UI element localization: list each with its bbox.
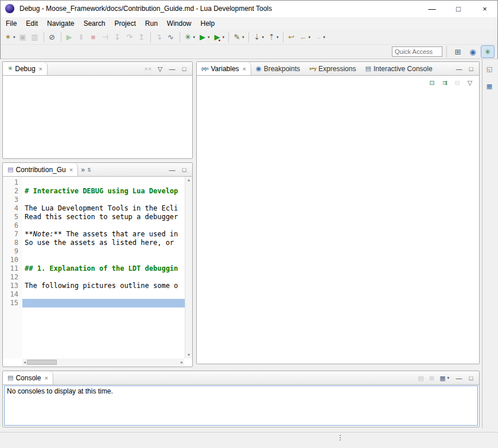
maximize-view-icon[interactable]: □ bbox=[180, 166, 188, 174]
tab-variables[interactable]: (x)=Variables× bbox=[197, 62, 251, 75]
scrollbar-thumb[interactable] bbox=[27, 360, 57, 365]
show-type-names-icon[interactable]: ⊡ bbox=[427, 77, 437, 88]
debug-launch-icon[interactable]: ✳▾ bbox=[182, 31, 197, 44]
step-over-icon: ↷ bbox=[124, 31, 135, 44]
line-number-ruler[interactable]: 123456789101112131415 bbox=[3, 177, 22, 359]
tab-contribution-guide[interactable]: ▤ Contribution_Gu × bbox=[3, 163, 78, 176]
minimize-button[interactable]: — bbox=[419, 0, 445, 17]
tab-expressions[interactable]: x+yExpressions bbox=[305, 62, 360, 75]
menu-navigate[interactable]: Navigate bbox=[42, 18, 79, 29]
chevron-icon: » bbox=[81, 166, 85, 174]
close-button[interactable]: × bbox=[472, 0, 498, 17]
code-line[interactable] bbox=[22, 178, 185, 187]
line-number: 8 bbox=[3, 239, 22, 247]
suspend-icon: ‖ bbox=[76, 31, 87, 44]
step-into-icon: ↧ bbox=[112, 31, 123, 44]
code-line[interactable]: ## 1. Explanation of the LDT debuggin bbox=[22, 264, 185, 273]
maximize-view-icon[interactable]: □ bbox=[180, 65, 188, 73]
code-line[interactable]: The Lua Development Tools in the Ecli bbox=[22, 204, 185, 213]
code-area[interactable]: # Interactive DEBUG using Lua DevelopThe… bbox=[22, 177, 185, 359]
editor-overflow-chevron[interactable]: »5 bbox=[78, 163, 94, 176]
editor-horizontal-scrollbar[interactable]: ◂ ▸ bbox=[22, 359, 184, 366]
view-menu-icon[interactable]: ▽ bbox=[465, 77, 475, 88]
code-line[interactable] bbox=[22, 273, 185, 282]
minimize-view-icon[interactable]: — bbox=[455, 65, 463, 73]
debug-perspective-icon[interactable]: ✳ bbox=[481, 45, 495, 58]
display-selected-console-icon: ▤ bbox=[415, 373, 426, 383]
code-line[interactable]: # Interactive DEBUG using Lua Develop bbox=[22, 187, 185, 196]
view-menu-icon[interactable]: ▽ bbox=[156, 65, 164, 73]
line-number: 11 bbox=[3, 264, 22, 273]
scroll-up-icon[interactable]: ▴ bbox=[188, 178, 190, 182]
close-tab-icon[interactable]: × bbox=[39, 65, 42, 72]
scrollbar-track[interactable] bbox=[26, 359, 181, 365]
menu-file[interactable]: File bbox=[1, 18, 21, 29]
menu-run[interactable]: Run bbox=[141, 18, 162, 29]
tab-breakpoints[interactable]: ◉Breakpoints bbox=[251, 62, 305, 75]
last-edit-location-icon[interactable]: ↩ bbox=[286, 31, 297, 44]
code-line[interactable] bbox=[22, 256, 185, 264]
menu-project[interactable]: Project bbox=[110, 18, 140, 29]
open-perspective-icon[interactable]: ⊞ bbox=[451, 45, 465, 58]
menu-edit[interactable]: Edit bbox=[21, 18, 42, 29]
tab-label: Interactive Console bbox=[374, 65, 433, 73]
console-content: No consoles to display at this time. bbox=[4, 385, 478, 426]
minimize-view-icon[interactable]: — bbox=[168, 166, 176, 174]
sash-grip[interactable] bbox=[340, 435, 341, 436]
code-line-selected[interactable] bbox=[22, 299, 185, 307]
minimize-view-icon[interactable]: — bbox=[168, 65, 176, 73]
maximize-view-icon[interactable]: □ bbox=[467, 374, 475, 382]
code-line[interactable]: So use the assets as listed here, or bbox=[22, 239, 185, 247]
workbench: ✳ Debug × ×× ▽ — □ ▤ bbox=[0, 59, 498, 432]
tab-console[interactable]: ▤ Console × bbox=[3, 371, 53, 384]
breakpoints-icon: ◉ bbox=[256, 65, 262, 72]
console-tabbar: ▤ Console × ▤⊞▦▾ — □ bbox=[3, 371, 479, 385]
tab-label: Expressions bbox=[318, 65, 356, 73]
open-element-icon[interactable]: ✎▾ bbox=[231, 31, 246, 44]
scroll-down-icon[interactable]: ▾ bbox=[188, 353, 190, 357]
debug-view-content bbox=[3, 76, 192, 158]
code-line[interactable]: **Note:** The assets that are used in bbox=[22, 230, 185, 239]
new-wizard-icon[interactable]: ✶▾ bbox=[2, 31, 17, 44]
back-icon[interactable]: ←▾ bbox=[298, 31, 312, 44]
line-number: 4 bbox=[3, 204, 22, 213]
code-line[interactable] bbox=[22, 196, 185, 204]
scroll-right-icon[interactable]: ▸ bbox=[181, 360, 183, 365]
code-line[interactable]: Read this section to setup a debugger bbox=[22, 213, 185, 221]
quick-access-input[interactable] bbox=[392, 46, 442, 57]
tab-interactive-console[interactable]: ▤Interactive Console bbox=[360, 62, 437, 75]
remove-terminated-launches-icon: ×× bbox=[144, 65, 152, 73]
close-tab-icon[interactable]: × bbox=[69, 166, 73, 173]
close-tab-icon[interactable]: × bbox=[44, 375, 48, 381]
show-logical-structures-icon[interactable]: ⇉ bbox=[439, 77, 450, 88]
code-line[interactable] bbox=[22, 290, 185, 299]
code-line[interactable] bbox=[22, 247, 185, 256]
external-tools-icon[interactable]: ▶▾ bbox=[212, 31, 226, 44]
window-controls: —□× bbox=[419, 0, 498, 17]
run-launch-icon[interactable]: ▶▾ bbox=[197, 31, 211, 44]
menu-search[interactable]: Search bbox=[79, 18, 110, 29]
new-console-view-icon[interactable]: ▦▾ bbox=[437, 373, 450, 383]
use-step-filters-icon[interactable]: ∿ bbox=[165, 31, 177, 44]
tab-debug[interactable]: ✳ Debug × bbox=[3, 62, 48, 75]
forward-icon: →▾ bbox=[312, 31, 326, 44]
restore-view-icon[interactable]: ◱ bbox=[484, 64, 495, 74]
skip-all-breakpoints-icon[interactable]: ⊘ bbox=[46, 31, 58, 44]
maximize-view-icon[interactable]: □ bbox=[467, 65, 475, 73]
line-number: 10 bbox=[3, 256, 22, 264]
minimize-view-icon[interactable]: — bbox=[455, 374, 463, 382]
console-message: No consoles to display at this time. bbox=[7, 387, 475, 395]
menu-window[interactable]: Window bbox=[162, 18, 196, 29]
code-line[interactable]: The following pictures outline some o bbox=[22, 282, 185, 290]
menu-help[interactable]: Help bbox=[196, 18, 220, 29]
minimized-view-icon[interactable]: ▦ bbox=[484, 81, 495, 91]
editor-vertical-scrollbar[interactable]: ▴ ▾ bbox=[185, 177, 192, 359]
maximize-button[interactable]: □ bbox=[445, 0, 472, 17]
code-line[interactable] bbox=[22, 221, 185, 230]
previous-annotation-icon[interactable]: ⇡▾ bbox=[266, 31, 280, 44]
close-tab-icon[interactable]: × bbox=[243, 65, 246, 72]
next-annotation-icon[interactable]: ⇣▾ bbox=[251, 31, 266, 44]
ldt-perspective-icon[interactable]: ◉ bbox=[466, 45, 480, 58]
debug-view-icon: ✳ bbox=[7, 65, 13, 72]
markdown-file-icon: ▤ bbox=[7, 166, 13, 173]
